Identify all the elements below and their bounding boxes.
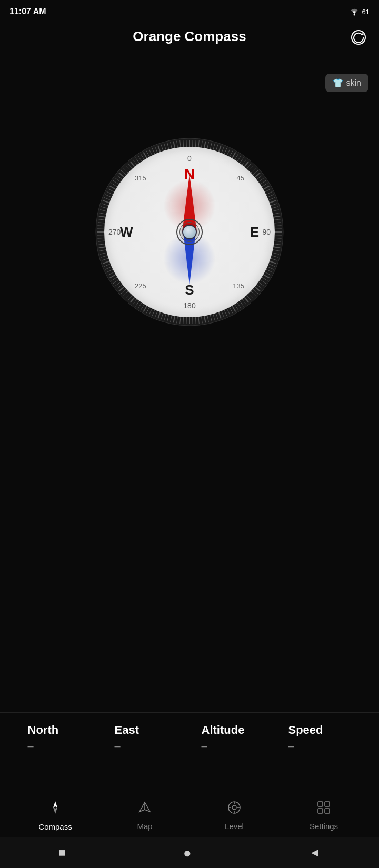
deg-270-label: 270	[108, 228, 121, 236]
svg-rect-195	[325, 802, 330, 806]
stat-north-label: North	[28, 723, 59, 737]
nav-level[interactable]: Level	[208, 800, 261, 831]
android-square-button[interactable]: ■	[59, 846, 66, 860]
compass-wrapper: 0 180 90 270 45 135 225 315 N S E W	[95, 137, 284, 327]
stat-speed-value: –	[288, 740, 294, 752]
stat-east-label: East	[115, 723, 139, 737]
android-nav-bar: ■ ● ◄	[0, 837, 379, 868]
deg-315-label: 315	[135, 174, 146, 182]
android-back-button[interactable]: ◄	[309, 846, 321, 860]
nav-settings[interactable]: Settings	[297, 800, 350, 831]
map-nav-label: Map	[137, 822, 152, 831]
stats-section: North – East – Altitude – Speed –	[0, 712, 379, 763]
skin-button[interactable]: 👕 skin	[325, 74, 368, 92]
compass-area: 0 180 90 270 45 135 225 315 N S E W	[0, 137, 379, 327]
needle-center-dot	[182, 225, 197, 239]
nav-map[interactable]: Map	[118, 800, 171, 831]
settings-nav-label: Settings	[310, 822, 338, 831]
deg-180-label: 180	[183, 301, 195, 310]
wifi-icon	[350, 7, 359, 16]
level-nav-icon	[227, 800, 242, 819]
status-time: 11:07 AM	[9, 7, 46, 16]
compass-face: 0 180 90 270 45 135 225 315 N S E W	[104, 147, 275, 317]
svg-rect-196	[318, 809, 323, 813]
cardinal-east: E	[250, 224, 259, 240]
settings-nav-icon	[316, 800, 331, 819]
stat-altitude-label: Altitude	[202, 723, 245, 737]
deg-225-label: 225	[135, 282, 146, 290]
battery-icon: 61	[362, 8, 370, 16]
stat-east: East –	[115, 723, 178, 752]
stat-east-value: –	[115, 740, 121, 752]
nav-compass[interactable]: Compass	[29, 800, 82, 831]
stat-north-value: –	[28, 740, 34, 752]
svg-marker-185	[53, 801, 57, 808]
android-circle-button[interactable]: ●	[183, 845, 192, 861]
svg-point-0	[353, 14, 355, 16]
bottom-nav: Compass Map Level Settings	[0, 794, 379, 836]
deg-0-label: 0	[187, 154, 192, 163]
deg-90-label: 90	[262, 228, 271, 236]
map-nav-icon	[137, 800, 152, 819]
status-bar: 11:07 AM 61	[0, 0, 379, 23]
refresh-button[interactable]	[348, 27, 368, 47]
app-title: Orange Compass	[133, 28, 246, 45]
svg-marker-186	[53, 808, 57, 814]
svg-rect-194	[318, 802, 323, 806]
deg-45-label: 45	[237, 174, 244, 182]
stat-speed: Speed –	[288, 723, 352, 752]
compass-nav-icon	[47, 800, 63, 819]
app-header: Orange Compass	[0, 23, 379, 48]
shirt-icon: 👕	[333, 78, 343, 88]
deg-135-label: 135	[233, 282, 244, 290]
cardinal-west: W	[120, 224, 133, 240]
status-icons: 61	[350, 7, 370, 16]
stat-altitude: Altitude –	[202, 723, 265, 752]
level-nav-label: Level	[225, 822, 244, 831]
svg-point-189	[232, 805, 236, 810]
compass-nav-label: Compass	[38, 822, 72, 831]
svg-rect-197	[325, 809, 330, 813]
refresh-icon	[350, 29, 367, 46]
stat-north: North –	[28, 723, 91, 752]
stat-altitude-value: –	[202, 740, 207, 752]
stat-speed-label: Speed	[288, 723, 323, 737]
